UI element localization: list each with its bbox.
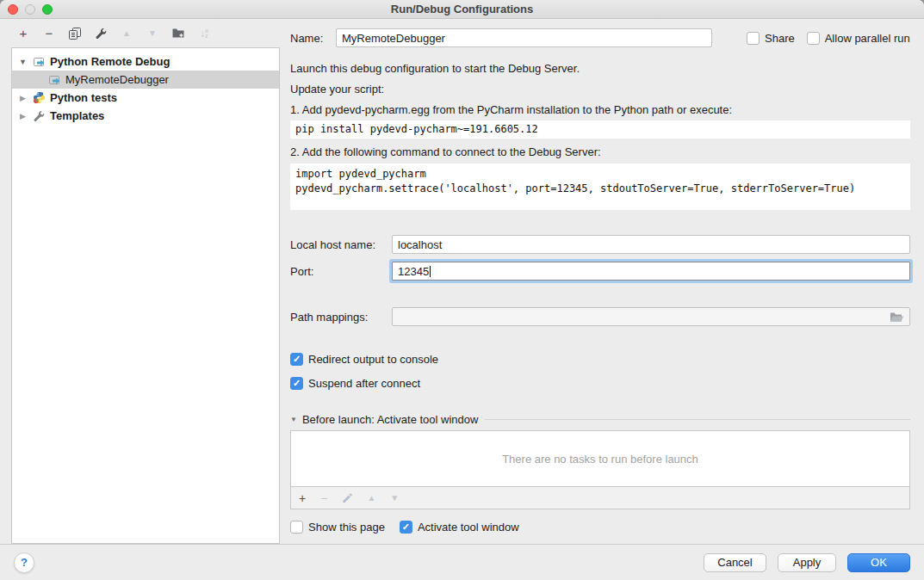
activate-tool-window-label: Activate tool window [418, 521, 519, 534]
tree-item-myremotedebugger[interactable]: MyRemoteDebugger [12, 71, 279, 89]
suspend-after-connect-option[interactable]: ✓ Suspend after connect [290, 377, 910, 390]
instruction-line: Update your script: [290, 83, 910, 96]
port-label: Port: [290, 265, 392, 278]
allow-parallel-run-checkbox[interactable] [807, 32, 820, 45]
before-launch-toolbar: + − ▲ ▼ [290, 487, 910, 509]
allow-parallel-run-option[interactable]: Allow parallel run [807, 32, 910, 45]
before-launch-title: Before launch: Activate tool window [302, 413, 479, 426]
activate-tool-window-checkbox[interactable]: ✓ [400, 521, 412, 534]
help-button[interactable]: ? [14, 552, 34, 573]
help-icon: ? [21, 556, 28, 569]
chevron-collapsed-icon[interactable]: ▶ [18, 94, 28, 102]
edit-pencil-icon [342, 493, 352, 503]
minimize-icon [25, 4, 35, 15]
ok-button[interactable]: OK [847, 553, 910, 572]
python-tests-icon [32, 91, 46, 105]
empty-tasks-message: There are no tasks to run before launch [502, 453, 698, 466]
share-option[interactable]: Share [747, 32, 795, 45]
browse-folder-icon[interactable] [890, 312, 904, 323]
allow-parallel-run-label: Allow parallel run [825, 32, 910, 45]
instruction-step-1: 1. Add pydevd-pycharm.egg from the PyCha… [290, 103, 910, 116]
traffic-lights [8, 4, 53, 15]
remove-icon[interactable]: − [42, 27, 56, 40]
move-down-icon: ▼ [146, 27, 159, 40]
configurations-tree: ▼ Python Remote Debug MyRemoteDebugger ▶ [11, 47, 280, 544]
before-launch-section-header[interactable]: ▼ Before launch: Activate tool window [290, 413, 910, 426]
run-debug-configurations-dialog: Run/Debug Configurations + − ▲ ▼ ↓az [0, 0, 924, 580]
text-caret [430, 266, 431, 277]
activate-tool-window-option[interactable]: ✓ Activate tool window [400, 521, 519, 534]
configurations-toolbar: + − ▲ ▼ ↓az [0, 19, 280, 47]
tree-item-label: Python Remote Debug [50, 55, 170, 68]
copy-icon[interactable] [68, 27, 82, 40]
local-host-name-value: localhost [398, 238, 442, 251]
new-folder-icon[interactable] [171, 27, 185, 40]
section-divider [485, 419, 910, 420]
redirect-output-option[interactable]: ✓ Redirect output to console [290, 353, 910, 366]
before-launch-tasks-list[interactable]: There are no tasks to run before launch [290, 430, 910, 487]
cancel-button[interactable]: Cancel [704, 553, 766, 572]
tree-item-templates[interactable]: ▶ Templates [12, 107, 279, 125]
path-mappings-input[interactable] [392, 307, 910, 326]
suspend-after-connect-checkbox[interactable]: ✓ [290, 377, 303, 390]
tree-item-label: MyRemoteDebugger [65, 73, 169, 86]
show-this-page-label: Show this page [308, 521, 385, 534]
titlebar: Run/Debug Configurations [0, 0, 924, 19]
redirect-output-checkbox[interactable]: ✓ [290, 353, 303, 366]
name-label: Name: [290, 32, 325, 45]
pip-install-code: pip install pydevd-pycharm~=191.6605.12 [290, 120, 910, 139]
dialog-footer: ? Cancel Apply OK [0, 544, 924, 580]
port-value: 12345 [398, 265, 429, 278]
name-value: MyRemoteDebugger [342, 32, 445, 45]
local-host-name-label: Local host name: [290, 238, 392, 251]
tree-item-python-tests[interactable]: ▶ Python tests [12, 89, 279, 107]
move-up-icon: ▲ [367, 493, 375, 503]
suspend-after-connect-label: Suspend after connect [308, 377, 420, 390]
tree-item-python-remote-debug[interactable]: ▼ Python Remote Debug [12, 52, 279, 71]
chevron-expanded-icon[interactable]: ▼ [290, 416, 297, 423]
instruction-line: Launch this debug configuration to start… [290, 62, 910, 75]
show-this-page-option[interactable]: Show this page [290, 521, 385, 534]
apply-button[interactable]: Apply [778, 553, 836, 572]
configurations-sidebar: + − ▲ ▼ ↓az ▼ [0, 19, 280, 544]
close-icon[interactable] [8, 4, 18, 15]
edit-defaults-wrench-icon[interactable] [94, 27, 108, 40]
remove-icon: − [320, 491, 327, 505]
tree-item-label: Templates [50, 109, 104, 122]
configuration-editor: Name: MyRemoteDebugger Share Allow paral… [280, 19, 924, 544]
share-checkbox[interactable] [747, 32, 760, 45]
window-title: Run/Debug Configurations [391, 3, 533, 15]
redirect-output-label: Redirect output to console [308, 353, 438, 366]
add-icon[interactable]: + [16, 27, 30, 40]
move-down-icon: ▼ [390, 493, 399, 503]
chevron-expanded-icon[interactable]: ▼ [18, 58, 28, 66]
tree-item-label: Python tests [50, 91, 117, 104]
show-this-page-checkbox[interactable] [290, 521, 303, 534]
sort-alpha-icon: ↓az [197, 27, 211, 40]
port-input[interactable]: 12345 [392, 262, 910, 281]
templates-wrench-icon [32, 109, 46, 123]
local-host-name-input[interactable]: localhost [392, 235, 910, 254]
add-icon[interactable]: + [299, 491, 306, 505]
share-label: Share [765, 32, 795, 45]
settrace-code: import pydevd_pycharm pydevd_pycharm.set… [290, 164, 910, 210]
instruction-step-2: 2. Add the following command to connect … [290, 145, 910, 158]
remote-debug-config-icon [32, 55, 46, 69]
remote-debug-config-icon [47, 73, 61, 87]
name-input[interactable]: MyRemoteDebugger [336, 28, 712, 47]
zoom-icon[interactable] [42, 4, 53, 15]
path-mappings-label: Path mappings: [290, 311, 392, 324]
move-up-icon: ▲ [120, 27, 133, 40]
chevron-collapsed-icon[interactable]: ▶ [18, 112, 28, 120]
